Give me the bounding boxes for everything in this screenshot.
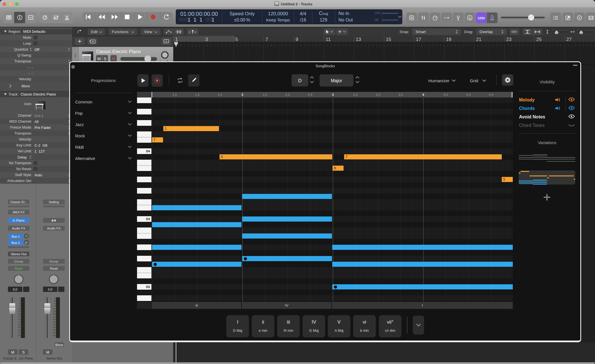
svg-text:S: S xyxy=(469,16,471,20)
svg-text:>: > xyxy=(189,30,190,34)
svg-text:<: < xyxy=(194,30,196,34)
